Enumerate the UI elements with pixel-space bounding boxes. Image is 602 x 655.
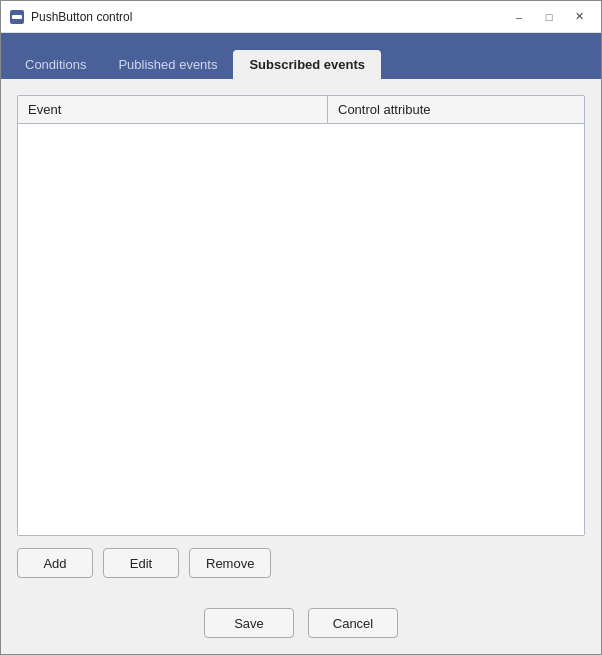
events-table: Event Control attribute: [17, 95, 585, 536]
tab-conditions[interactable]: Conditions: [9, 50, 102, 79]
window-controls: – □ ✕: [505, 7, 593, 27]
svg-rect-1: [12, 15, 22, 19]
tab-bar: Conditions Published events Subscribed e…: [1, 33, 601, 79]
edit-button[interactable]: Edit: [103, 548, 179, 578]
action-buttons: Add Edit Remove: [17, 548, 585, 582]
table-body: [18, 124, 584, 535]
app-icon: [9, 9, 25, 25]
remove-button[interactable]: Remove: [189, 548, 271, 578]
cancel-button[interactable]: Cancel: [308, 608, 398, 638]
footer: Save Cancel: [1, 598, 601, 654]
minimize-button[interactable]: –: [505, 7, 533, 27]
close-button[interactable]: ✕: [565, 7, 593, 27]
window-title: PushButton control: [31, 10, 505, 24]
main-content: Event Control attribute Add Edit Remove: [1, 79, 601, 598]
save-button[interactable]: Save: [204, 608, 294, 638]
column-control-attribute: Control attribute: [328, 96, 584, 123]
maximize-button[interactable]: □: [535, 7, 563, 27]
tab-published-events[interactable]: Published events: [102, 50, 233, 79]
column-event: Event: [18, 96, 328, 123]
main-window: PushButton control – □ ✕ Conditions Publ…: [0, 0, 602, 655]
table-header: Event Control attribute: [18, 96, 584, 124]
add-button[interactable]: Add: [17, 548, 93, 578]
title-bar: PushButton control – □ ✕: [1, 1, 601, 33]
tab-subscribed-events[interactable]: Subscribed events: [233, 50, 381, 79]
